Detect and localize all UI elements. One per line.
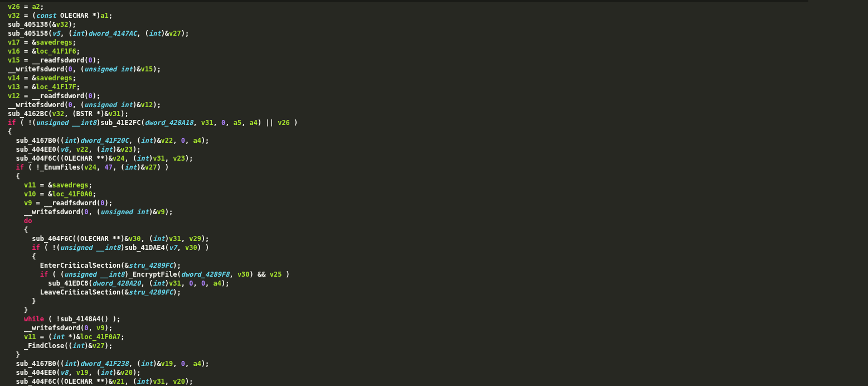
code-line[interactable]: do <box>8 217 32 225</box>
token-pun: = & <box>36 190 52 198</box>
token-pun <box>8 342 24 350</box>
token-ty: int <box>72 342 85 350</box>
code-line[interactable]: v32 = (const OLECHAR *)a1; <box>8 12 113 20</box>
code-line[interactable]: if ( !(unsigned __int8)sub_41DAE4(v7, v3… <box>8 244 209 252</box>
token-pun <box>8 288 40 296</box>
code-line[interactable]: while ( !sub_4148A4() ); <box>8 315 120 323</box>
token-pun: , <box>214 119 221 127</box>
token-pun: (& <box>48 21 56 28</box>
code-line[interactable]: sub_4167B0((int)dword_41F20C, (int)&v22,… <box>8 137 209 144</box>
token-white: sub_41EDC8 <box>48 279 88 287</box>
token-ty: int <box>72 30 85 37</box>
code-line[interactable]: sub_405158(v5, (int)dword_4147AC, (int)&… <box>8 30 189 37</box>
code-line[interactable]: sub_404EE0(v6, v22, (int)&v23); <box>8 146 141 153</box>
token-pun: )& <box>137 163 144 171</box>
token-ty: int <box>120 101 133 109</box>
code-line[interactable]: v11 = (int *)&loc_41F0A7; <box>8 333 125 341</box>
code-line[interactable]: { <box>8 226 28 234</box>
code-line[interactable]: { <box>8 172 20 180</box>
code-line[interactable]: v11 = &savedregs; <box>8 181 93 189</box>
code-line[interactable]: v13 = &loc_41F17F; <box>8 83 80 91</box>
token-num: 0 <box>68 101 72 109</box>
code-line[interactable]: if ( !(unsigned __int8)sub_41E2FC(dword_… <box>8 119 298 127</box>
token-pun: { <box>8 128 12 136</box>
token-pun: ) <box>76 360 80 368</box>
token-pun <box>56 12 60 20</box>
token-ty: int <box>137 378 149 385</box>
token-id: v26 <box>278 119 290 127</box>
code-line[interactable]: __writefsdword(0, v9); <box>8 324 113 332</box>
token-pun: )& <box>133 65 140 73</box>
code-line[interactable]: __writefsdword(0, (unsigned int)&v15); <box>8 65 161 73</box>
token-id: a4 <box>193 360 201 368</box>
token-pun: = & <box>20 83 36 91</box>
code-line[interactable]: sub_4167B0((int)dword_41F238, (int)&v19,… <box>8 360 209 368</box>
token-pun: ( <box>84 92 88 100</box>
code-line[interactable]: v16 = &loc_41F1F6; <box>8 47 80 55</box>
code-line[interactable]: } <box>8 351 20 359</box>
token-pun: ) ) <box>197 244 210 252</box>
token-pun: ); <box>104 324 112 332</box>
code-line[interactable]: v26 = a2; <box>8 3 44 11</box>
token-pun: (& <box>120 262 128 269</box>
code-line[interactable]: __writefsdword(0, (unsigned int)&v12); <box>8 101 161 109</box>
code-line[interactable]: { <box>8 253 36 260</box>
code-line[interactable]: LeaveCriticalSection(&stru_4289FC); <box>8 288 181 296</box>
token-pun: )& <box>153 360 161 368</box>
code-line[interactable]: v12 = __readfsdword(0); <box>8 92 100 100</box>
token-num: 0 <box>84 324 88 332</box>
token-ty: int <box>52 333 65 341</box>
code-line[interactable]: sub_41EDC8(dword_428A20, (int)v31, 0, 0,… <box>8 279 229 287</box>
token-pun: = ( <box>36 333 52 341</box>
code-line[interactable]: } <box>8 306 28 314</box>
token-ty: int <box>64 137 76 144</box>
code-line[interactable]: } <box>8 297 36 305</box>
code-line[interactable]: sub_404F6C((OLECHAR **)&v24, (int)v31, v… <box>8 155 193 162</box>
code-line[interactable]: if ( !_EnumFiles(v24, 47, (int)&v27) ) <box>8 163 169 171</box>
code-line[interactable]: sub_404F6C((OLECHAR **)&v30, (int)v31, v… <box>8 235 209 243</box>
code-line[interactable]: v10 = &loc_41F0A0; <box>8 190 96 198</box>
token-pun: ( <box>56 146 60 153</box>
token-pun: ( <box>56 369 60 377</box>
token-pun: ) <box>165 279 169 287</box>
code-line[interactable]: sub_404EE0(v8, v19, (int)&v20); <box>8 369 141 377</box>
decompiler-code-view[interactable]: v26 = a2; v32 = (const OLECHAR *)a1; sub… <box>0 2 868 386</box>
token-pun: { <box>8 172 20 180</box>
token-pun: ; <box>72 38 76 46</box>
code-line[interactable]: sub_404F6C((OLECHAR **)&v21, (int)v31, v… <box>8 378 193 385</box>
token-pun <box>8 279 48 287</box>
code-line[interactable]: v14 = &savedregs; <box>8 74 76 82</box>
token-ty: int <box>100 146 113 153</box>
code-line[interactable]: { <box>8 128 12 136</box>
token-pun: ( ! <box>24 163 40 171</box>
token-id: v31 <box>153 155 165 162</box>
code-line[interactable]: v15 = __readfsdword(0); <box>8 56 100 64</box>
token-ty: const <box>36 12 56 20</box>
token-pun: = <box>32 199 44 207</box>
token-num: 0 <box>181 360 185 368</box>
token-id: a5 <box>234 119 241 127</box>
token-pun: ) <box>290 119 298 127</box>
token-id: savedregs <box>52 181 89 189</box>
code-line[interactable]: sub_405138(&v32); <box>8 21 76 28</box>
token-white: sub_41E2FC <box>100 119 140 127</box>
token-white: __readfsdword <box>32 56 84 64</box>
code-line[interactable]: v17 = &savedregs; <box>8 38 76 46</box>
token-pun: ); <box>185 155 193 162</box>
token-id: v22 <box>76 146 89 153</box>
token-pun: , <box>177 244 185 252</box>
code-line[interactable]: sub_4162BC(v32, (BSTR *)&v31); <box>8 110 129 118</box>
code-line[interactable]: EnterCriticalSection(&stru_4289FC); <box>8 262 181 269</box>
code-line[interactable]: if ( (unsigned __int8)_EncryptFile(dword… <box>8 271 290 278</box>
token-pun: } <box>8 351 20 359</box>
token-addr: stru_4289FC <box>129 288 173 296</box>
token-id: v31 <box>169 279 181 287</box>
code-line[interactable]: v9 = __readfsdword(0); <box>8 199 113 207</box>
token-id: v19 <box>161 360 173 368</box>
token-id: v30 <box>185 244 197 252</box>
token-pun: , ( <box>89 369 101 377</box>
token-white: __writefsdword <box>8 65 64 73</box>
code-line[interactable]: _FindClose((int)&v27); <box>8 342 113 350</box>
code-line[interactable]: __writefsdword(0, (unsigned int)&v9); <box>8 208 173 216</box>
token-id: v31 <box>153 378 165 385</box>
